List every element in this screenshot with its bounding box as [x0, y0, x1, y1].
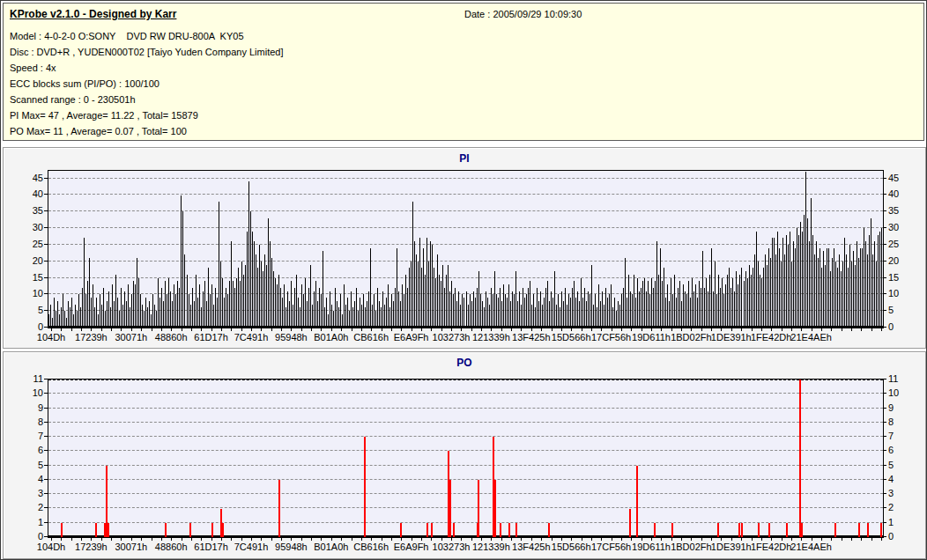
pi-bar	[298, 298, 299, 328]
pi-bar	[138, 278, 139, 328]
pi-bar	[442, 265, 443, 328]
pi-bar	[439, 275, 440, 328]
pi-bar	[289, 301, 290, 328]
x-axis-tick	[271, 538, 272, 541]
pi-bar	[704, 288, 705, 328]
gridline	[48, 465, 883, 466]
y-tick-label: 7	[888, 431, 915, 441]
x-axis-tick	[881, 538, 882, 541]
y-axis-tick	[44, 465, 48, 466]
x-axis-tick	[352, 328, 352, 331]
pi-bar	[523, 288, 523, 328]
pi-bar	[632, 294, 633, 328]
x-tick-label: 21E4AEh	[790, 542, 831, 552]
pi-bar	[672, 294, 673, 328]
pi-bar	[287, 291, 288, 328]
pi-bar	[342, 314, 343, 328]
pi-bar	[865, 241, 866, 328]
x-tick-label: 121339h	[472, 542, 510, 552]
x-tick-label: B01A0h	[314, 542, 348, 552]
pi-bar	[827, 248, 827, 328]
info-line-pi-stats: PI Max= 47 , Average= 11.22 , Total= 158…	[10, 110, 198, 121]
x-tick-label: 21E4AEh	[790, 333, 831, 343]
pi-bar	[515, 271, 516, 328]
pi-bar	[579, 301, 580, 328]
x-axis-tick	[541, 328, 542, 331]
x-axis-tick	[51, 538, 52, 541]
x-axis-tick	[391, 538, 392, 541]
pi-bar	[798, 235, 799, 328]
gridline	[48, 422, 883, 423]
x-axis-tick	[571, 328, 572, 331]
pi-bar	[864, 228, 864, 328]
pi-bar	[671, 278, 671, 328]
pi-bar	[168, 278, 169, 328]
pi-bar	[215, 288, 216, 328]
pi-bar	[167, 294, 167, 328]
y-tick-label: 6	[17, 446, 43, 455]
pi-bar	[263, 271, 263, 328]
pi-bar	[82, 288, 83, 328]
pi-bar	[305, 278, 306, 328]
y-tick-label: 10	[888, 289, 915, 298]
pi-bar	[293, 305, 293, 328]
x-tick-label: 1BD02Fh	[671, 333, 711, 343]
x-axis-tick	[382, 538, 382, 541]
x-axis-tick	[591, 328, 592, 331]
pi-bar	[219, 202, 219, 328]
x-axis-tick	[641, 328, 642, 331]
pi-bar	[418, 262, 419, 328]
x-axis-tick	[561, 328, 562, 331]
x-axis-tick	[821, 538, 822, 541]
y-tick-label: 2	[17, 503, 43, 512]
x-axis-tick	[301, 538, 302, 541]
y-axis-tick	[44, 522, 48, 523]
y-axis-tick	[883, 408, 886, 409]
pi-bar	[245, 265, 246, 328]
pi-bar	[634, 275, 634, 328]
x-axis-tick	[311, 328, 312, 331]
pi-chart-title: PI	[4, 152, 925, 165]
pi-bar	[716, 294, 717, 328]
x-axis-tick	[71, 538, 72, 541]
pi-bar	[763, 268, 764, 328]
pi-bar	[254, 241, 255, 328]
pi-bar	[414, 241, 415, 328]
pi-bar	[621, 294, 622, 328]
pi-bar	[446, 275, 447, 328]
pi-bar	[224, 298, 225, 328]
pi-bar	[772, 238, 773, 328]
y-tick-label: 8	[17, 417, 43, 427]
pi-bar	[528, 288, 529, 328]
gridline	[48, 450, 883, 451]
pi-bar	[115, 275, 116, 328]
x-axis-tick	[231, 538, 232, 541]
pi-bar	[286, 307, 286, 328]
pi-bar	[435, 278, 436, 328]
x-axis-tick	[631, 328, 632, 331]
pi-bar	[326, 298, 327, 328]
x-axis-tick	[752, 538, 753, 541]
pi-bar	[70, 307, 70, 328]
x-axis-tick	[221, 538, 222, 541]
pi-bar	[174, 284, 174, 328]
x-axis-tick	[401, 328, 402, 331]
pi-bar	[604, 305, 604, 328]
x-axis-tick	[701, 328, 702, 331]
pi-bar	[761, 278, 762, 328]
x-axis-tick	[621, 538, 622, 541]
x-tick-label: 95948h	[275, 542, 308, 552]
x-axis-tick	[842, 328, 842, 331]
y-tick-label: 35	[17, 206, 43, 216]
po-bar	[108, 523, 109, 537]
pi-bar	[876, 262, 877, 328]
x-axis-tick	[601, 328, 602, 331]
pi-bar	[530, 281, 530, 328]
y-axis-tick	[883, 493, 886, 494]
pi-bar	[505, 294, 506, 328]
pi-bar	[384, 305, 385, 328]
pi-bar	[744, 281, 745, 328]
y-axis-tick	[883, 310, 886, 311]
x-axis-tick	[121, 538, 122, 541]
info-line-disc: Disc : DVD+R , YUDEN000T02 [Taiyo Yuden …	[10, 47, 284, 57]
